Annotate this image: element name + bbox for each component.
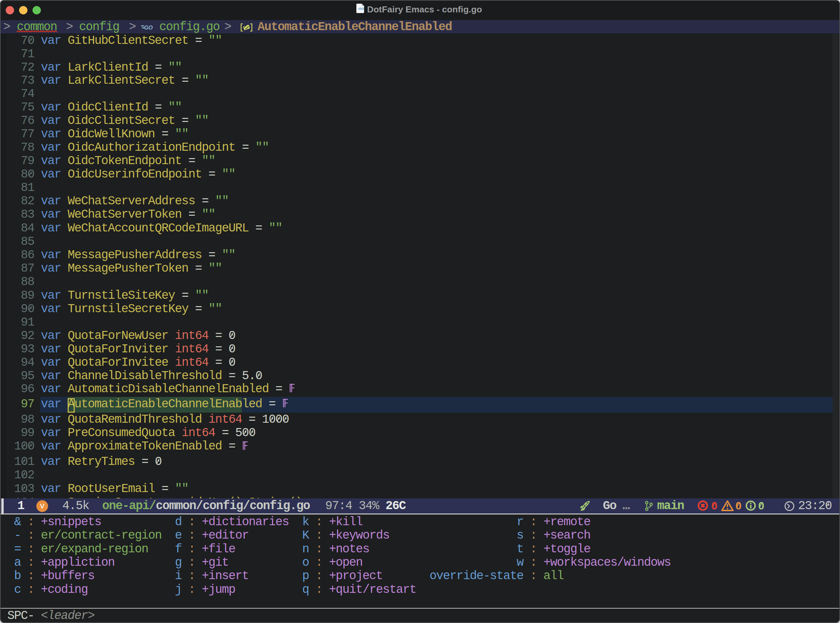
svg-text:GO: GO bbox=[144, 24, 153, 30]
svg-text:V: V bbox=[40, 502, 44, 510]
svg-text:-GO: -GO bbox=[358, 7, 364, 11]
